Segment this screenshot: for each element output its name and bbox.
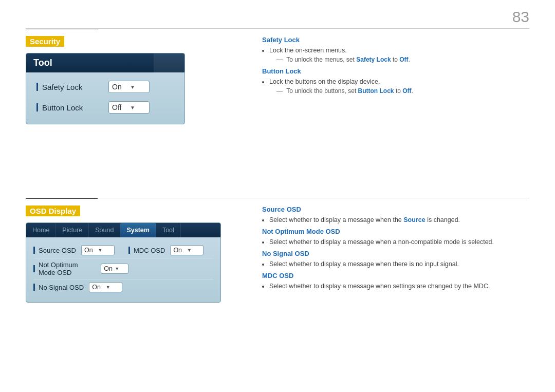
source-osd-desc-title: Source OSD (262, 206, 529, 213)
no-signal-left: No Signal OSD On ▼ (33, 282, 128, 292)
safety-lock-desc-title: Safety Lock (262, 36, 529, 44)
no-signal-desc-title: No Signal OSD (262, 250, 529, 257)
not-optimum-bullet-text: Select whether to display a message when… (269, 238, 494, 246)
tool-widget-header: Tool (26, 53, 184, 72)
safety-lock-bullet-text: Lock the on-screen menus. (269, 47, 347, 54)
source-osd-desc-bullet: Select whether to display a message when… (269, 216, 529, 223)
source-osd-select[interactable]: On ▼ (81, 245, 115, 255)
not-optimum-desc-bullet: Select whether to display a message when… (269, 238, 529, 246)
safety-lock-arrow: ▼ (130, 84, 146, 90)
top-divider-line (26, 28, 529, 29)
mdc-osd-label: MDC OSD (128, 247, 165, 254)
osd-nav-tool[interactable]: Tool (156, 223, 181, 237)
no-signal-row: No Signal OSD On ▼ (33, 279, 213, 295)
osd-nav-sound[interactable]: Sound (89, 223, 120, 237)
button-lock-bullet-text: Lock the buttons on the display device. (269, 78, 380, 85)
not-optimum-arrow: ▼ (115, 266, 125, 271)
no-signal-desc-bullet: Select whether to display a message when… (269, 260, 529, 268)
source-osd-label: Source OSD (33, 247, 76, 254)
osd-nav-home[interactable]: Home (26, 223, 56, 237)
not-optimum-select[interactable]: On ▼ (101, 264, 128, 274)
no-signal-select[interactable]: On ▼ (89, 282, 122, 292)
button-lock-desc-title: Button Lock (262, 67, 529, 75)
source-osd-row: Source OSD On ▼ MDC OSD On ▼ (33, 242, 213, 258)
safety-lock-sub-suffix: to (391, 56, 400, 63)
button-lock-row: Button Lock Off ▼ (36, 101, 174, 114)
mdc-osd-bullet-text: Select whether to display a message when… (269, 283, 490, 290)
button-lock-value: Off (112, 103, 128, 111)
source-osd-arrow: ▼ (98, 248, 112, 253)
osd-nav-system[interactable]: System (120, 223, 156, 237)
osd-nav-picture[interactable]: Picture (56, 223, 89, 237)
source-osd-bullet-suffix: is changed. (425, 216, 460, 223)
source-osd-left: Source OSD On ▼ (33, 245, 128, 255)
no-signal-value: On (92, 284, 106, 291)
source-osd-bullet-link: Source (403, 216, 425, 223)
button-lock-arrow: ▼ (130, 105, 146, 110)
osd-nav: Home Picture Sound System Tool (26, 223, 220, 237)
tool-widget-body: Safety Lock On ▼ Button Lock Off ▼ (26, 72, 184, 124)
security-description: Safety Lock Lock the on-screen menus. To… (262, 36, 529, 99)
no-signal-label: No Signal OSD (33, 284, 84, 291)
safety-lock-sub-prefix: To unlock the menus, set (286, 56, 356, 63)
mdc-osd-arrow: ▼ (187, 248, 201, 253)
not-optimum-label: Not Optimum Mode OSD (33, 261, 96, 276)
not-optimum-value: On (104, 265, 115, 272)
safety-lock-off-link: Off (399, 56, 408, 63)
mdc-osd-desc-title: MDC OSD (262, 272, 529, 279)
source-osd-right: MDC OSD On ▼ (128, 245, 213, 255)
page-number: 83 (512, 8, 529, 26)
safety-lock-sub-link: Safety Lock (356, 56, 391, 63)
tool-header-label: Tool (33, 58, 52, 68)
source-osd-value: On (84, 247, 98, 254)
safety-lock-label: Safety Lock (36, 83, 108, 91)
safety-lock-bullet: Lock the on-screen menus. (269, 47, 529, 54)
safety-lock-value: On (112, 83, 128, 91)
osd-widget-body: Source OSD On ▼ MDC OSD On ▼ (26, 237, 220, 302)
mdc-osd-value: On (173, 247, 187, 254)
button-lock-label: Button Lock (36, 103, 108, 112)
button-lock-sub-link: Button Lock (358, 87, 394, 95)
not-optimum-left: Not Optimum Mode OSD On ▼ (33, 261, 128, 276)
button-lock-off-link: Off (402, 87, 411, 95)
not-optimum-row: Not Optimum Mode OSD On ▼ (33, 258, 213, 279)
not-optimum-desc-title: Not Optimum Mode OSD (262, 228, 529, 235)
security-title: Security (26, 36, 64, 47)
no-signal-arrow: ▼ (106, 285, 120, 290)
osd-display-section: OSD Display Home Picture Sound System To… (26, 206, 242, 303)
mdc-osd-select[interactable]: On ▼ (170, 245, 203, 255)
button-lock-sub-prefix: To unlock the buttons, set (286, 87, 358, 95)
button-lock-select[interactable]: Off ▼ (108, 101, 150, 114)
osd-widget: Home Picture Sound System Tool Source OS… (26, 222, 221, 303)
security-tool-widget: Tool Safety Lock On ▼ Button Lock Off ▼ (26, 53, 185, 124)
osd-description: Source OSD Select whether to display a m… (262, 206, 529, 292)
osd-display-title: OSD Display (26, 206, 80, 216)
safety-lock-row: Safety Lock On ▼ (36, 81, 174, 93)
safety-lock-sub: To unlock the menus, set Safety Lock to … (276, 56, 529, 63)
source-osd-bullet-prefix: Select whether to display a message when… (269, 216, 403, 223)
security-section: Security Tool Safety Lock On ▼ Button Lo… (26, 36, 242, 124)
mdc-osd-desc-bullet: Select whether to display a message when… (269, 283, 529, 290)
button-lock-sub: To unlock the buttons, set Button Lock t… (276, 87, 529, 95)
safety-lock-select[interactable]: On ▼ (108, 81, 150, 93)
no-signal-bullet-text: Select whether to display a message when… (269, 260, 459, 268)
button-lock-bullet: Lock the buttons on the display device. (269, 78, 529, 85)
button-lock-sub-suffix: to (394, 87, 403, 95)
middle-divider-line (26, 198, 529, 198)
